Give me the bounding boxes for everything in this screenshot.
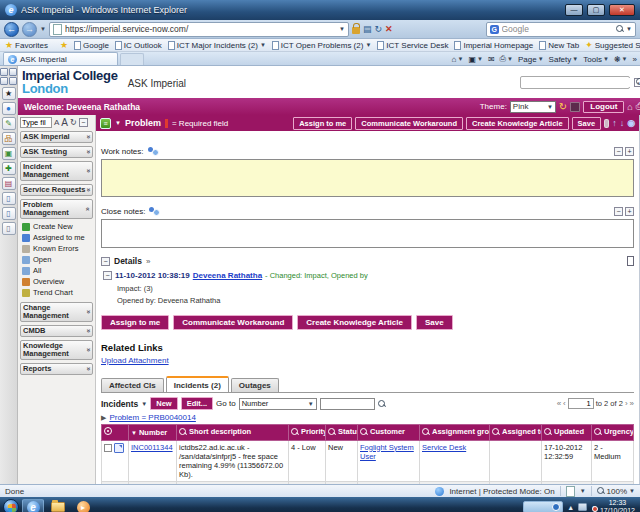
assignment-group-link[interactable]: Service Desk: [422, 443, 466, 452]
compatibility-icon[interactable]: ▤: [363, 24, 372, 34]
theme-select[interactable]: Pink▼: [510, 101, 556, 113]
zoom-control[interactable]: 100% ▼: [597, 487, 635, 496]
collapse-icon[interactable]: −: [614, 147, 623, 156]
nav-section-cmdb[interactable]: CMDB»: [20, 325, 93, 337]
taskbar-explorer-button[interactable]: [47, 499, 69, 512]
url-input[interactable]: [65, 24, 336, 34]
taskbar-clock[interactable]: 12:33 17/10/2012: [600, 499, 637, 512]
nav-item-overview[interactable]: Overview: [22, 277, 93, 286]
document-icon[interactable]: ▯: [2, 207, 16, 220]
scroll-up-icon[interactable]: ↑: [612, 118, 617, 128]
favorite-link[interactable]: ✦Suggested Sites▼: [585, 40, 640, 50]
read-mail-button[interactable]: ✉: [488, 55, 495, 64]
tab-incidents[interactable]: Incidents (2): [166, 376, 229, 392]
header-search-input[interactable]: [524, 78, 634, 87]
collapse-details-icon[interactable]: −: [101, 257, 110, 266]
start-button[interactable]: [3, 499, 19, 512]
context-menu-icon[interactable]: ▼: [115, 120, 121, 126]
page-number-input[interactable]: [568, 398, 594, 409]
toggle-view-icon[interactable]: ◉: [627, 118, 635, 128]
column-header-assigned-to[interactable]: Assigned to: [490, 425, 542, 441]
refresh-theme-icon[interactable]: ↻: [559, 101, 567, 112]
history-dropdown-icon[interactable]: ▼: [40, 26, 46, 32]
font-larger-icon[interactable]: A: [61, 117, 68, 128]
new-button[interactable]: New: [150, 397, 177, 410]
popout-icon[interactable]: [627, 256, 634, 266]
column-header-number[interactable]: ▼Number: [129, 425, 177, 441]
goto-field-select[interactable]: Number▼: [239, 398, 317, 410]
goto-search-icon[interactable]: [378, 400, 386, 408]
first-page-icon[interactable]: «: [557, 399, 561, 408]
collapse-icon[interactable]: −: [614, 207, 623, 216]
back-button[interactable]: ←: [4, 22, 19, 37]
customer-link[interactable]: Foglight System User: [360, 443, 414, 461]
close-button[interactable]: ✕: [609, 4, 635, 16]
favorite-link[interactable]: Google: [74, 41, 109, 50]
column-header-priority[interactable]: Priority: [289, 425, 326, 441]
safety-menu[interactable]: Safety▼: [549, 55, 579, 64]
dropdown-arrow-icon[interactable]: ▼: [580, 488, 586, 494]
tools-menu[interactable]: Tools▼: [583, 55, 609, 64]
layout-toggle-icon[interactable]: [0, 77, 8, 85]
column-header-customer[interactable]: Customer: [358, 425, 420, 441]
assign-to-me-button[interactable]: Assign to me: [101, 315, 169, 330]
browser-tab[interactable]: e ASK Imperial: [3, 52, 118, 65]
nav-section-service-requests[interactable]: Service Requests»: [20, 184, 93, 196]
column-header-assignment-group[interactable]: Assignment group: [420, 425, 490, 441]
taskbar-ie-button[interactable]: e: [22, 499, 44, 512]
reference-icon[interactable]: [114, 443, 124, 453]
nav-section-problem-management[interactable]: Problem Management»: [20, 199, 93, 219]
favorite-link[interactable]: ICT Service Desk: [377, 41, 448, 50]
expand-icon[interactable]: +: [625, 207, 634, 216]
favorite-link[interactable]: IC Outlook: [115, 41, 162, 50]
attachment-icon[interactable]: [604, 119, 609, 128]
document-icon[interactable]: ▯: [2, 192, 16, 205]
globe-icon[interactable]: ●: [2, 102, 16, 115]
create-knowledge-article-button[interactable]: Create Knowledge Article: [297, 315, 412, 330]
nav-section-knowledge-management[interactable]: Knowledge Management»: [20, 340, 93, 360]
logout-button[interactable]: Logout: [583, 101, 624, 113]
add-favorite-icon[interactable]: ★: [60, 40, 68, 50]
refresh-nav-icon[interactable]: ↻: [70, 118, 77, 127]
bookmark-flyout-button[interactable]: ★: [2, 87, 16, 100]
nav-item-assigned-to-me[interactable]: Assigned to me: [22, 233, 93, 242]
layout-toggle-icon[interactable]: [9, 77, 17, 85]
breadcrumb[interactable]: Problem = PRB0040014: [109, 413, 196, 422]
tab-outages[interactable]: Outages: [231, 378, 279, 392]
communicate-workaround-button[interactable]: Communicate Workaround: [355, 117, 463, 130]
home-icon[interactable]: ⌂: [627, 102, 632, 112]
stop-icon[interactable]: ✕: [385, 24, 393, 34]
forward-button[interactable]: →: [22, 22, 37, 37]
feeds-button[interactable]: ▣▼: [468, 55, 483, 64]
add-icon[interactable]: ✚: [2, 162, 16, 175]
page-menu[interactable]: Page▼: [518, 55, 544, 64]
language-bar[interactable]: [523, 501, 563, 512]
column-header-updated[interactable]: Updated: [542, 425, 592, 441]
gear-column-header[interactable]: [102, 425, 129, 441]
nav-item-trend-chart[interactable]: Trend Chart: [22, 288, 93, 297]
print-icon[interactable]: ⎙: [636, 101, 640, 112]
journal-author-link[interactable]: Deveena Rathatha: [193, 271, 262, 280]
nav-section-reports[interactable]: Reports»: [20, 363, 93, 375]
column-header-short-description[interactable]: Short description: [177, 425, 289, 441]
maximize-button[interactable]: ▢: [587, 4, 605, 16]
assignment-group-link[interactable]: Service Desk: [422, 484, 466, 485]
incident-number-link[interactable]: INC0011344: [131, 443, 173, 452]
tab-affected-cis[interactable]: Affected CIs: [101, 378, 164, 392]
column-header-urgency[interactable]: Urgency: [592, 425, 634, 441]
taskbar-media-player-button[interactable]: ▸: [72, 499, 94, 512]
print-button[interactable]: ⎙▼: [500, 54, 513, 64]
row-checkbox[interactable]: [104, 444, 112, 452]
expand-icon[interactable]: +: [625, 147, 634, 156]
incident-number-link[interactable]: INC0011290: [131, 484, 173, 485]
book-icon[interactable]: ▤: [2, 177, 16, 190]
favorite-link[interactable]: New Tab: [539, 41, 579, 50]
new-tab-button[interactable]: [120, 53, 144, 65]
favorites-button[interactable]: ★Favorites: [5, 40, 48, 50]
save-button[interactable]: Save: [572, 117, 602, 130]
volume-muted-icon[interactable]: ◖: [591, 503, 596, 512]
refresh-icon[interactable]: ↻: [374, 24, 382, 34]
nav-section-ask-imperial[interactable]: ASK Imperial»: [20, 131, 93, 143]
upload-attachment-link[interactable]: Upload Attachment: [101, 356, 169, 365]
font-smaller-icon[interactable]: A: [54, 118, 59, 127]
